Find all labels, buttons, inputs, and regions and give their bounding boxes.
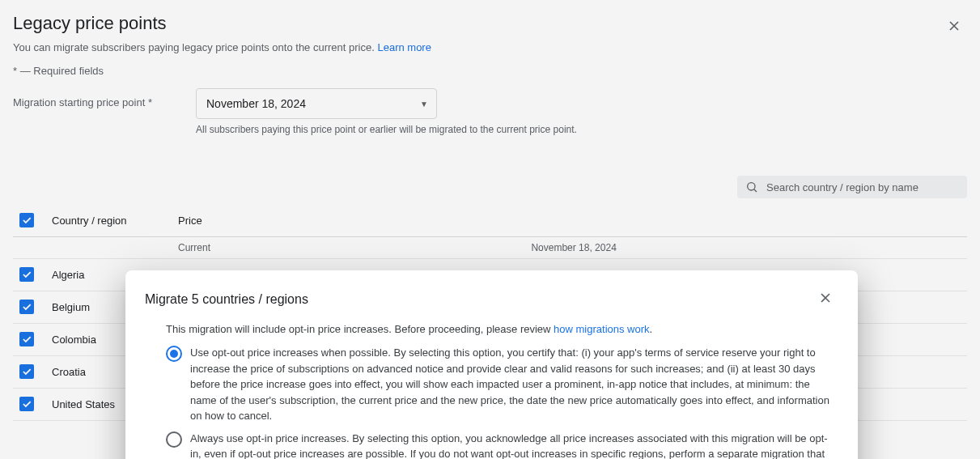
radio-opt-out[interactable] [166,346,182,362]
dialog-intro: This migration will include opt-in price… [145,323,838,335]
opt-in-label: Always use opt-in price increases. By se… [190,431,838,460]
dialog-intro-suffix: . [650,323,653,335]
dialog-title: Migrate 5 countries / regions [145,292,308,307]
radio-opt-in[interactable] [166,431,182,448]
close-icon [817,290,834,306]
migrate-dialog: Migrate 5 countries / regions This migra… [125,270,858,459]
opt-out-label: Use opt-out price increases when possibl… [190,345,838,424]
how-migrations-work-link[interactable]: how migrations work [554,323,650,335]
dialog-close-button[interactable] [812,285,838,313]
option-opt-in[interactable]: Always use opt-in price increases. By se… [145,431,838,460]
option-opt-out[interactable]: Use opt-out price increases when possibl… [145,345,838,424]
dialog-intro-text: This migration will include opt-in price… [166,323,554,335]
